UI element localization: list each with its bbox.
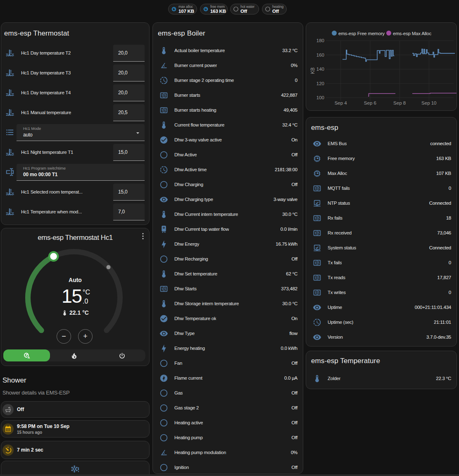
svg-text:140: 140 xyxy=(316,67,324,72)
svg-text:Sep 4: Sep 4 xyxy=(335,100,347,105)
svg-text:ems-esp Max Alloc: ems-esp Max Alloc xyxy=(393,31,432,36)
svg-text:100: 100 xyxy=(316,95,324,100)
svg-text:Sep 6: Sep 6 xyxy=(364,100,376,105)
svg-text:KB: KB xyxy=(310,67,316,74)
svg-text:Sep 10: Sep 10 xyxy=(421,100,436,105)
svg-text:ems-esp Free memory: ems-esp Free memory xyxy=(338,31,385,36)
svg-text:120: 120 xyxy=(316,81,324,86)
svg-text:180: 180 xyxy=(316,38,324,43)
svg-text:160: 160 xyxy=(316,53,324,57)
svg-text:Sep 8: Sep 8 xyxy=(393,100,406,105)
